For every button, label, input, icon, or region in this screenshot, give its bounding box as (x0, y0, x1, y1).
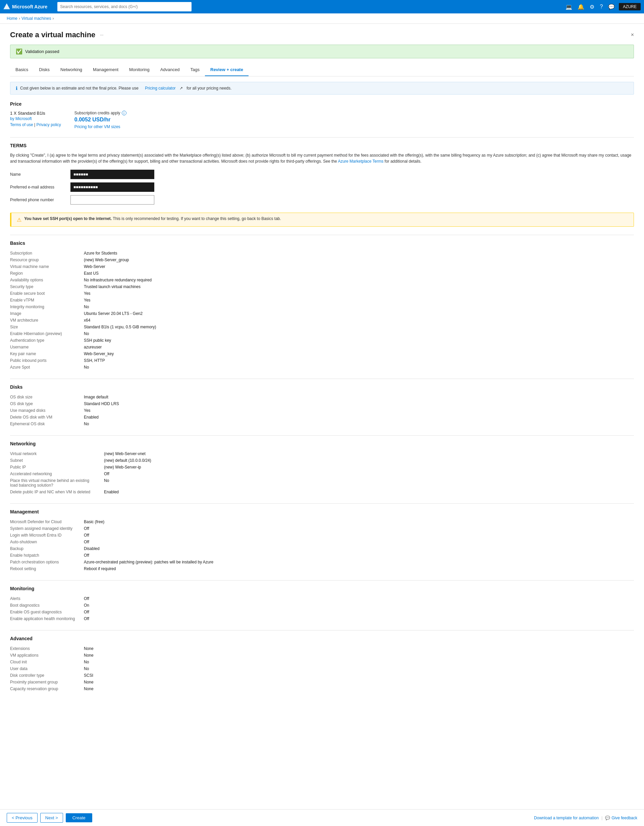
bottom-right-actions: Download a template for automation | 💬 G… (534, 815, 637, 820)
table-row: Accelerated networkingOff (10, 470, 634, 477)
breadcrumb-vms[interactable]: Virtual machines (22, 16, 51, 21)
help-icon[interactable]: ? (598, 2, 604, 11)
validation-text: Validation passed (25, 49, 59, 54)
tab-review-create[interactable]: Review + create (205, 64, 248, 76)
cloud-shell-icon[interactable]: 💻 (564, 2, 574, 11)
tab-tags[interactable]: Tags (185, 64, 205, 76)
app-logo: Microsoft Azure (3, 3, 47, 10)
tab-basics[interactable]: Basics (10, 64, 34, 76)
download-template-link[interactable]: Download a template for automation (534, 816, 599, 820)
loading-indicator: ··· (100, 33, 103, 37)
monitoring-header: Monitoring (10, 586, 634, 591)
email-label: Preferred e-mail address (10, 185, 70, 189)
email-field-row: Preferred e-mail address (10, 182, 634, 192)
networking-header: Networking (10, 441, 634, 446)
warning-text: You have set SSH port(s) open to the int… (24, 216, 281, 221)
tab-networking[interactable]: Networking (55, 64, 88, 76)
table-row: Azure SpotNo (10, 364, 634, 371)
disks-header: Disks (10, 384, 634, 390)
feedback-top-icon[interactable]: 💬 (607, 2, 616, 11)
table-row: Proximity placement groupNone (10, 679, 634, 685)
tab-management[interactable]: Management (88, 64, 124, 76)
close-button[interactable]: × (631, 32, 634, 38)
table-row: Reboot settingReboot if required (10, 565, 634, 572)
table-row: Place this virtual machine behind an exi… (10, 477, 634, 489)
phone-input[interactable] (70, 195, 154, 205)
app-name: Microsoft Azure (12, 4, 47, 9)
info-text2: for all your pricing needs. (186, 86, 231, 90)
other-sizes-link[interactable]: Pricing for other VM sizes (74, 124, 120, 129)
table-row: VM architecturex64 (10, 317, 634, 324)
give-feedback-link[interactable]: 💬 Give feedback (605, 816, 637, 820)
table-row: Auto-shutdownOff (10, 539, 634, 545)
disks-section: Disks OS disk sizeImage default OS disk … (10, 384, 634, 427)
table-row: Integrity monitoringNo (10, 303, 634, 310)
table-row: Public IP(new) Web-Server-ip (10, 464, 634, 470)
notifications-icon[interactable]: 🔔 (576, 2, 586, 11)
warning-icon: ⚠ (17, 217, 22, 223)
tab-disks[interactable]: Disks (34, 64, 55, 76)
tab-advanced[interactable]: Advanced (155, 64, 185, 76)
table-row: SubscriptionAzure for Students (10, 250, 634, 256)
monitoring-section: Monitoring AlertsOff Boot diagnosticsOn … (10, 586, 634, 622)
table-row: Virtual network(new) Web-Server-vnet (10, 450, 634, 457)
table-row: Enable OS guest diagnosticsOff (10, 609, 634, 615)
table-row: Public inbound portsSSH, HTTP (10, 357, 634, 364)
pricing-calculator-link[interactable]: Pricing calculator (145, 86, 175, 90)
name-input[interactable] (70, 170, 154, 179)
email-input[interactable] (70, 182, 154, 192)
name-field-row: Name (10, 170, 634, 179)
next-button[interactable]: Next > (40, 813, 63, 823)
azure-icon (3, 3, 10, 10)
page-title-row: Create a virtual machine ··· × (10, 31, 634, 39)
previous-button[interactable]: < Previous (7, 813, 37, 823)
subscription-info-icon[interactable]: i (122, 111, 126, 115)
table-row: Capacity reservation groupNone (10, 685, 634, 692)
info-text: Cost given below is an estimate and not … (20, 86, 138, 90)
check-icon: ✅ (16, 48, 22, 55)
create-button[interactable]: Create (66, 813, 92, 822)
table-row: Security typeTrusted launch virtual mach… (10, 283, 634, 290)
search-input[interactable] (57, 2, 191, 11)
table-row: Use managed disksYes (10, 407, 634, 414)
breadcrumb-home[interactable]: Home (7, 16, 17, 21)
top-bar: Microsoft Azure 💻 🔔 ⚙ ? 💬 AZURE (0, 0, 644, 13)
table-row: Login with Microsoft Entra IDOff (10, 532, 634, 539)
page-title: Create a virtual machine (10, 31, 95, 39)
table-row: Ephemeral OS diskNo (10, 421, 634, 427)
basics-section: Basics SubscriptionAzure for Students Re… (10, 241, 634, 371)
tab-monitoring[interactable]: Monitoring (124, 64, 155, 76)
info-icon: ℹ (16, 85, 17, 91)
table-row: Virtual machine nameWeb-Server (10, 263, 634, 270)
table-row: Delete public IP and NIC when VM is dele… (10, 489, 634, 495)
disks-table: OS disk sizeImage default OS disk typeSt… (10, 394, 634, 427)
table-row: ExtensionsNone (10, 645, 634, 652)
account-button[interactable]: AZURE (619, 3, 641, 10)
table-row: Patch orchestration optionsAzure-orchest… (10, 559, 634, 565)
price-section: Price 1 X Standard B1ls by Microsoft Ter… (10, 101, 634, 129)
table-row: Subnet(new) default (10.0.0.0/24) (10, 457, 634, 464)
search-bar[interactable] (57, 2, 191, 11)
advanced-header: Advanced (10, 636, 634, 641)
management-header: Management (10, 509, 634, 514)
privacy-policy-link[interactable]: Privacy policy (37, 123, 61, 127)
settings-icon[interactable]: ⚙ (588, 2, 596, 11)
warning-banner: ⚠ You have set SSH port(s) open to the i… (10, 213, 634, 227)
table-row: System assigned managed identityOff (10, 525, 634, 532)
advanced-table: ExtensionsNone VM applicationsNone Cloud… (10, 645, 634, 692)
table-row: VM applicationsNone (10, 652, 634, 659)
management-section: Management Microsoft Defender for CloudB… (10, 509, 634, 572)
terms-header: TERMS (10, 143, 634, 148)
terms-of-use-link[interactable]: Terms of use (10, 123, 33, 127)
price-vm-size: 1 X Standard B1ls (10, 111, 61, 116)
table-row: Enable secure bootYes (10, 290, 634, 297)
price-amount: 0.0052 USD/hr (74, 117, 126, 123)
table-row: Disk controller typeSCSI (10, 672, 634, 679)
table-row: Cloud initNo (10, 659, 634, 665)
price-right: Subscription credits apply i 0.0052 USD/… (74, 111, 126, 129)
phone-field-row: Preferred phone number (10, 195, 634, 205)
table-row: BackupDisabled (10, 545, 634, 552)
feedback-separator: | (601, 815, 602, 820)
azure-marketplace-terms-link[interactable]: Azure Marketplace Terms (338, 159, 383, 164)
table-row: SizeStandard B1ls (1 vcpu, 0.5 GiB memor… (10, 324, 634, 330)
